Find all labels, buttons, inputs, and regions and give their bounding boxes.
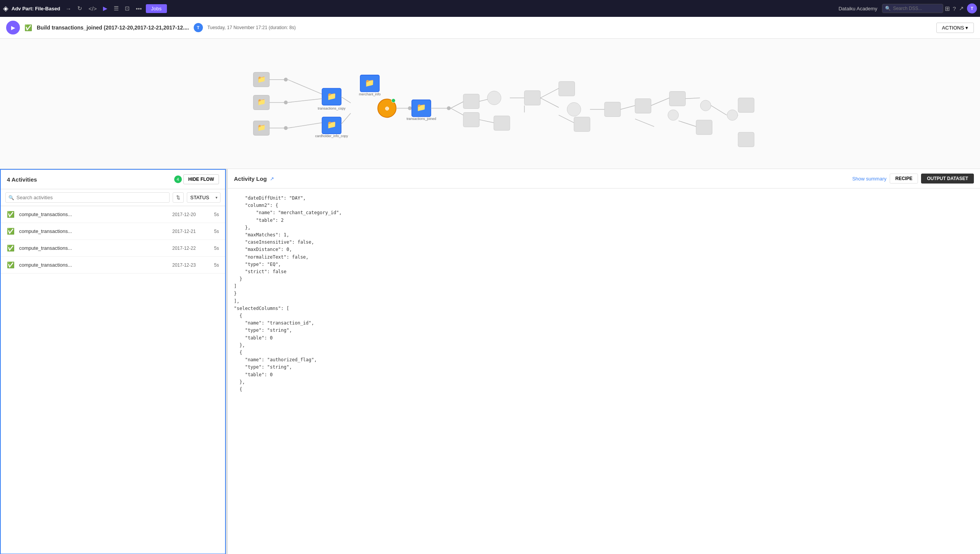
activity-check-icon: ✅ [7,261,15,269]
svg-point-41 [487,91,501,105]
activities-count: 4 HIDE FLOW [174,174,219,184]
svg-rect-57 [635,99,651,113]
svg-point-17 [284,126,288,130]
activity-item[interactable]: ✅ compute_transactions... 2017-12-23 5s [1,257,225,274]
svg-rect-53 [574,117,590,131]
svg-text:📁: 📁 [365,78,374,87]
job-title: Build transactions_joined (2017-12-20,20… [37,25,189,31]
svg-text:📁: 📁 [327,92,336,101]
nav-icon-more[interactable]: ••• [134,4,144,13]
external-link-icon[interactable]: ↗ [270,176,274,182]
job-timestamp: Tuesday, 17 November 17:21 (duration: 8s… [207,25,296,30]
activities-toolbar: 🔍 ⇅ STATUS ▾ [1,189,225,206]
svg-rect-68 [738,98,754,113]
count-badge: 4 [174,175,182,183]
svg-rect-42 [463,112,479,127]
project-name[interactable]: Adv Part: File-Based [11,6,60,11]
recipe-tab-button[interactable]: RECIPE [890,174,918,184]
flow-svg: 📁 📁 transactions_copy 📁 📁 📁 [0,39,980,169]
activity-date: 2017-12-22 [172,246,203,251]
svg-point-31 [408,106,412,110]
nav-icon-table[interactable]: ☰ [111,3,121,13]
svg-point-65 [700,100,711,111]
svg-text:cardholder_info_copy: cardholder_info_copy [315,134,348,138]
svg-rect-44 [494,116,510,130]
activity-item[interactable]: ✅ compute_transactions... 2017-12-21 5s [1,223,225,240]
job-play-button[interactable]: ▶ [6,21,20,34]
log-text: "dateDiffUnit": "DAY", "column2": { "nam… [234,195,974,393]
svg-point-51 [567,103,581,116]
nav-icon-refresh[interactable]: ↻ [75,3,85,13]
nav-analytics-icon[interactable]: ↗ [959,5,964,12]
sort-button[interactable]: ⇅ [173,192,184,203]
svg-text:transactions_copy: transactions_copy [318,107,346,110]
svg-text:transactions_joined: transactions_joined [407,117,436,121]
show-summary-button[interactable]: Show summary [852,176,887,182]
nav-icon-run[interactable]: ▶ [101,3,110,13]
search-activities-icon: 🔍 [8,195,14,200]
bottom-panel: 4 Activities 4 HIDE FLOW 🔍 ⇅ STATUS ▾ [0,169,980,554]
actions-button[interactable]: ACTIONS ▾ [936,23,974,33]
activities-title: 4 Activities [7,176,37,183]
nav-icon-dashboard[interactable]: ⊡ [122,3,132,13]
activity-item[interactable]: ✅ compute_transactions... 2017-12-22 5s [1,240,225,257]
svg-point-60 [668,110,679,120]
top-nav: ◈ Adv Part: File-Based → ↻ </> ▶ ☰ ⊡ •••… [0,0,980,17]
activity-date: 2017-12-23 [172,262,203,268]
activities-list: ✅ compute_transactions... 2017-12-20 5s … [1,206,225,554]
status-select[interactable]: STATUS [187,192,220,203]
svg-text:⊕: ⊕ [385,105,389,111]
flow-area: 📁 📁 transactions_copy 📁 📁 📁 [0,39,980,169]
user-avatar[interactable]: T [967,3,977,13]
svg-point-29 [392,99,395,103]
svg-point-36 [447,106,451,110]
svg-rect-39 [463,94,479,109]
nav-icon-flow[interactable]: → [63,4,74,13]
activities-header: 4 Activities 4 HIDE FLOW [1,170,225,189]
activity-name: compute_transactions... [19,262,168,268]
log-content: "dateDiffUnit": "DAY", "column2": { "nam… [228,188,980,554]
svg-rect-69 [738,132,754,147]
hide-flow-button[interactable]: HIDE FLOW [183,174,219,184]
nav-right-icons: ⊞ ? ↗ T [945,3,977,13]
svg-rect-55 [604,102,621,117]
job-status-icon: ✅ [24,24,32,31]
search-activities-input[interactable] [5,192,170,203]
svg-text:📁: 📁 [416,103,426,112]
svg-rect-46 [524,91,541,105]
activity-check-icon: ✅ [7,211,15,218]
activity-item[interactable]: ✅ compute_transactions... 2017-12-20 5s [1,206,225,223]
activity-name: compute_transactions... [19,245,168,251]
output-dataset-tab-button[interactable]: OUTPUT DATASET [921,174,974,184]
activity-duration: 5s [207,246,219,251]
svg-rect-63 [696,120,712,134]
nav-search-input[interactable] [882,4,943,13]
job-header: ▶ ✅ Build transactions_joined (2017-12-2… [0,17,980,39]
status-select-wrapper: STATUS ▾ [187,192,220,203]
svg-text:merchant_info: merchant_info [359,92,381,96]
nav-active-jobs[interactable]: Jobs [146,4,167,13]
activity-duration: 5s [207,212,219,217]
svg-point-4 [284,78,288,82]
activity-duration: 5s [207,229,219,234]
svg-rect-50 [559,82,575,96]
nav-grid-icon[interactable]: ⊞ [945,5,950,12]
activity-duration: 5s [207,262,219,268]
log-title: Activity Log [234,175,267,182]
activity-check-icon: ✅ [7,244,15,252]
search-icon: 🔍 [885,6,891,11]
svg-text:📁: 📁 [257,75,266,84]
activities-panel: 4 Activities 4 HIDE FLOW 🔍 ⇅ STATUS ▾ [0,169,226,554]
svg-text:📁: 📁 [257,98,266,106]
svg-point-12 [284,101,288,105]
svg-text:📁: 📁 [327,120,336,129]
main-content: 📁 📁 transactions_copy 📁 📁 📁 [0,39,980,554]
nav-icon-code[interactable]: </> [86,4,99,13]
log-panel: Activity Log ↗ Show summary RECIPE OUTPU… [227,169,980,554]
nav-help-icon[interactable]: ? [953,5,956,12]
log-header: Activity Log ↗ Show summary RECIPE OUTPU… [228,169,980,188]
activity-name: compute_transactions... [19,211,168,217]
app-logo: ◈ [3,4,8,13]
svg-text:📁: 📁 [257,123,266,132]
activity-check-icon: ✅ [7,228,15,235]
